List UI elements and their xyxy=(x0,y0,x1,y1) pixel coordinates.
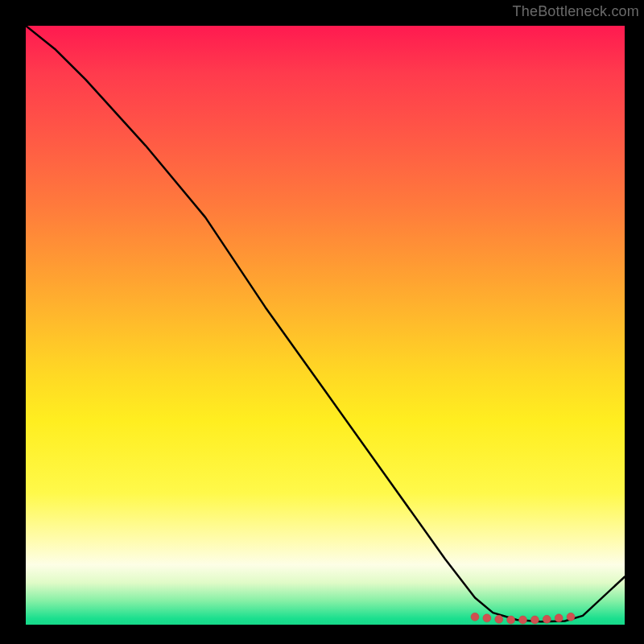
marker-point xyxy=(471,613,479,621)
marker-point xyxy=(555,614,563,622)
marker-point xyxy=(530,616,539,624)
marker-point xyxy=(567,613,575,621)
marker-point xyxy=(507,616,515,624)
marker-cluster xyxy=(471,613,575,624)
attribution-label: TheBottleneck.com xyxy=(513,3,639,20)
marker-point xyxy=(543,615,551,623)
chart-stage: TheBottleneck.com xyxy=(0,0,644,644)
series-curve xyxy=(26,26,625,621)
chart-svg xyxy=(26,26,625,625)
marker-point xyxy=(519,616,527,624)
marker-point xyxy=(495,615,503,623)
plot-area xyxy=(26,26,625,625)
marker-point xyxy=(483,614,491,622)
